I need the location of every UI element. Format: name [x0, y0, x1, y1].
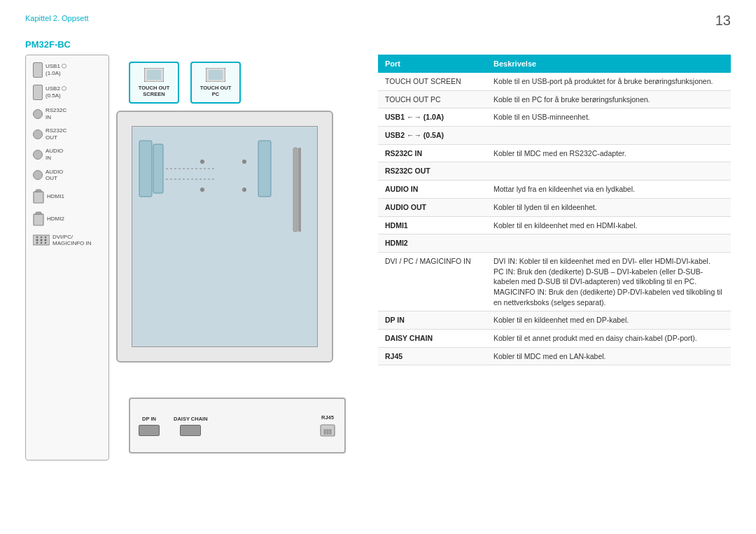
port-cell: RS232C IN	[378, 144, 486, 162]
port-cell: USB2 ←→ (0.5A)	[378, 127, 486, 145]
rj45-icon	[319, 423, 336, 437]
port-cell: TOUCH OUT SCREEN	[378, 73, 486, 90]
svg-marker-3	[35, 212, 42, 214]
table-row: TOUCH OUT SCREENKoble til en USB-port på…	[378, 73, 731, 90]
table-row: HDMI1Kobler til en kildeenhet med en HDM…	[378, 216, 731, 234]
daisy-chain-port	[180, 425, 201, 436]
port-audio-out: AUDIOOUT	[29, 167, 106, 183]
hdmi1-icon	[33, 189, 44, 204]
desc-cell: Koble til en PC for å bruke berøringsfun…	[486, 90, 731, 108]
svg-rect-0	[34, 192, 43, 203]
desc-cell	[486, 234, 731, 253]
daisy-chain-group: DAISY CHAIN	[174, 416, 208, 436]
table-row: HDMI2	[378, 234, 731, 253]
svg-point-12	[41, 242, 42, 244]
port-cell: TOUCH OUT PC	[378, 90, 486, 108]
port-audio-in: AUDIOIN	[29, 146, 106, 162]
svg-point-25	[242, 160, 246, 164]
chapter-label: Kapittel 2. Oppsett	[25, 14, 89, 22]
svg-marker-1	[35, 190, 42, 192]
dp-in-label: DP IN	[142, 416, 156, 422]
desc-cell	[486, 162, 731, 181]
touch-out-screen-box: TOUCH OUTSCREEN	[129, 62, 179, 104]
table-row: RJ45Kobler til MDC med en LAN-kabel.	[378, 347, 731, 365]
touch-pc-label: TOUCH OUTPC	[200, 85, 231, 97]
usb2-label: USB2 ⬡(0.5A)	[46, 85, 66, 99]
touch-out-pc-box: TOUCH OUTPC	[190, 62, 241, 104]
rs232c-in-icon	[33, 109, 43, 119]
svg-point-7	[45, 239, 47, 241]
table-row: DP INKobler til en kildeenhet med en DP-…	[378, 311, 731, 330]
table-row: RS232C OUT	[378, 162, 731, 181]
dp-in-group: DP IN	[139, 416, 160, 436]
rs232c-in-label: RS232CIN	[46, 107, 66, 120]
table-row: DAISY CHAINKobler til et annet produkt m…	[378, 330, 731, 348]
monitor-diagram	[116, 111, 333, 363]
port-cell: DVI / PC / MAGICINFO IN	[378, 252, 486, 311]
svg-point-6	[41, 239, 43, 241]
touch-screen-label: TOUCH OUTSCREEN	[139, 85, 169, 97]
svg-rect-20	[258, 141, 271, 197]
desc-cell: Mottar lyd fra en kildeenhet via en lydk…	[486, 181, 731, 199]
rj45-label: RJ45	[321, 414, 334, 421]
port-header: Port	[378, 55, 486, 73]
dvi-icon	[33, 234, 50, 246]
svg-point-5	[36, 239, 38, 241]
port-rs232c-in: RS232CIN	[29, 106, 106, 122]
desc-cell: Kobler til lyden til en kildeenhet.	[486, 198, 731, 216]
rj45-group: RJ45	[319, 414, 336, 437]
desc-cell: Kobler til et annet produkt med en daisy…	[486, 330, 731, 348]
audio-in-label: AUDIOIN	[46, 148, 63, 161]
hdmi1-label: HDMI1	[47, 193, 64, 200]
desc-cell: Koble til en USB-port på produktet for å…	[486, 73, 731, 90]
hdmi2-icon	[33, 211, 44, 227]
svg-point-10	[45, 237, 46, 238]
port-cell: HDMI1	[378, 216, 486, 234]
table-row: DVI / PC / MAGICINFO INDVI IN: Kobler ti…	[378, 252, 731, 311]
port-cell: RS232C OUT	[378, 162, 486, 181]
svg-point-8	[36, 237, 38, 238]
svg-rect-27	[293, 148, 298, 232]
port-hdmi1: HDMI1	[29, 188, 106, 206]
daisy-chain-label: DAISY CHAIN	[174, 416, 208, 422]
usb2-icon	[33, 85, 43, 100]
svg-point-9	[41, 237, 42, 238]
audio-out-label: AUDIOOUT	[46, 169, 63, 182]
svg-rect-15	[147, 70, 161, 80]
table-row: USB1 ←→ (1.0A)Koble til en USB-minneenhe…	[378, 108, 731, 127]
port-hdmi2: HDMI2	[29, 210, 106, 228]
table-row: TOUCH OUT PCKoble til en PC for å bruke …	[378, 90, 731, 108]
desc-cell: Koble til en USB-minneenhet.	[486, 108, 731, 127]
port-usb1: USB1 ⬡(1.0A)	[29, 61, 106, 79]
port-cell: RJ45	[378, 347, 486, 365]
port-table-area: Port Beskrivelse TOUCH OUT SCREENKoble t…	[378, 55, 731, 489]
touch-boxes-area: TOUCH OUTSCREEN TOUCH OUTPC	[129, 62, 241, 104]
dvi-label: DVI/PC/MAGICINFO IN	[52, 234, 92, 247]
table-row: RS232C INKobler til MDC med en RS232C-ad…	[378, 144, 731, 162]
svg-point-23	[200, 160, 204, 164]
port-cell: AUDIO OUT	[378, 198, 486, 216]
port-cell: AUDIO IN	[378, 181, 486, 199]
port-dvi: DVI/PC/MAGICINFO IN	[29, 232, 106, 248]
table-row: AUDIO INMottar lyd fra en kildeenhet via…	[378, 181, 731, 199]
desc-cell: Kobler til en kildeenhet med en HDMI-kab…	[486, 216, 731, 234]
svg-point-24	[200, 188, 204, 192]
monitor-screen	[132, 126, 318, 347]
table-row: USB2 ←→ (0.5A)	[378, 127, 731, 145]
touch-pc-icon	[206, 68, 225, 82]
bottom-ports-panel: DP IN DAISY CHAIN RJ45	[129, 398, 346, 454]
rs232c-out-icon	[33, 129, 43, 139]
description-header: Beskrivelse	[486, 55, 731, 73]
page-number: 13	[715, 13, 731, 29]
usb1-icon	[33, 62, 43, 78]
svg-rect-19	[153, 144, 163, 193]
table-header-row: Port Beskrivelse	[378, 55, 731, 73]
rs232c-out-label: RS232COUT	[46, 127, 66, 141]
desc-cell: Kobler til MDC med en RS232C-adapter.	[486, 144, 731, 162]
desc-cell	[486, 127, 731, 145]
svg-rect-28	[298, 148, 301, 232]
svg-rect-18	[139, 141, 152, 197]
port-cell: USB1 ←→ (1.0A)	[378, 108, 486, 127]
svg-rect-2	[34, 214, 43, 225]
monitor-internals	[132, 127, 317, 346]
